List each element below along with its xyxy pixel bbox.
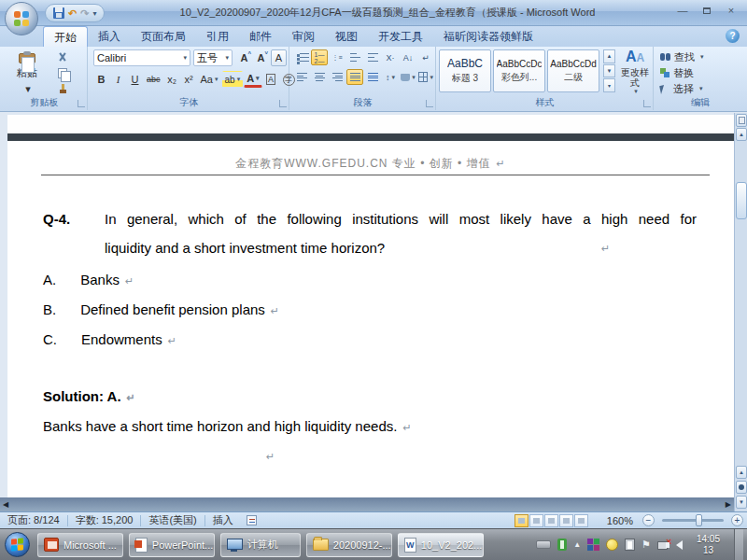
page-indicator[interactable]: 页面: 8/124 <box>0 513 67 527</box>
underline-button[interactable]: U <box>127 71 143 88</box>
taskbar-button-powerpoint-file[interactable]: PowerPoint... <box>129 533 215 557</box>
minimize-button[interactable]: — <box>672 4 693 18</box>
scroll-right-icon[interactable]: ▶ <box>726 501 731 509</box>
superscript-button[interactable]: x² <box>181 71 197 88</box>
text-highlight-button[interactable]: ab▾ <box>222 71 244 88</box>
language-indicator[interactable]: 英语(美国) <box>141 513 204 527</box>
multilevel-list-button[interactable]: ⋮≡ <box>329 49 345 65</box>
decrease-indent-button[interactable] <box>346 49 363 65</box>
styles-scroll-up-icon[interactable]: ▲ <box>603 49 615 63</box>
font-name-combobox[interactable]: Calibri ▾ <box>93 49 190 66</box>
qat-customize-icon[interactable]: ▾ <box>92 9 96 18</box>
coin-tray-icon[interactable] <box>606 539 618 551</box>
paste-button[interactable]: 粘贴 ▾ <box>9 49 45 96</box>
document-page[interactable]: 金程教育WWW.GFEDU.CN 专业 • 创新 • 增值↵ Q-4. In g… <box>7 141 734 497</box>
select-browse-object-button[interactable] <box>736 481 747 494</box>
start-button[interactable] <box>5 532 30 557</box>
ruler-toggle-button[interactable] <box>736 114 747 127</box>
shading-button[interactable]: ▾ <box>400 69 416 85</box>
volume-icon[interactable] <box>676 540 683 550</box>
fullscreen-view-button[interactable] <box>529 514 543 527</box>
tab-insert[interactable]: 插入 <box>88 26 131 47</box>
zoom-level[interactable]: 160% <box>607 515 633 526</box>
language-bar-icon[interactable] <box>536 540 551 549</box>
bold-button[interactable]: B <box>93 71 109 88</box>
styles-more-icon[interactable]: ▾ <box>603 78 615 92</box>
scroll-left-icon[interactable]: ◀ <box>3 501 8 509</box>
change-case-button[interactable]: Aa▾ <box>198 71 221 88</box>
character-border-button[interactable]: A <box>263 71 279 88</box>
tab-page-layout[interactable]: 页面布局 <box>131 26 196 47</box>
shrink-font-button[interactable]: A˅ <box>253 49 269 66</box>
tab-foxit[interactable]: 福昕阅读器领鲜版 <box>433 26 543 47</box>
clear-formatting-button[interactable]: A <box>271 49 287 66</box>
usb-device-icon[interactable] <box>557 539 567 551</box>
taskbar-button-folder[interactable]: 20200912-... <box>306 533 392 557</box>
tab-developer[interactable]: 开发工具 <box>368 26 433 47</box>
vertical-scroll-thumb[interactable] <box>736 182 747 219</box>
app-tray-icon[interactable] <box>587 539 599 551</box>
clipboard-dialog-launcher-icon[interactable] <box>78 100 85 107</box>
previous-page-button[interactable]: ▲ <box>736 466 747 479</box>
borders-button[interactable]: ▾ <box>417 69 434 85</box>
tab-mailings[interactable]: 邮件 <box>239 26 282 47</box>
proofing-status-icon[interactable] <box>247 515 257 525</box>
tab-review[interactable]: 审阅 <box>282 26 325 47</box>
print-layout-view-button[interactable] <box>514 514 529 527</box>
horizontal-scrollbar[interactable]: ◀ ▶ <box>0 497 734 511</box>
styles-dialog-launcher-icon[interactable] <box>643 100 651 107</box>
save-icon[interactable] <box>53 7 64 19</box>
undo-icon[interactable]: ↶ <box>68 8 77 19</box>
insert-mode-indicator[interactable]: 插入 <box>205 513 241 527</box>
cut-button[interactable] <box>54 50 71 63</box>
style-level2[interactable]: AaBbCcDd 二级 <box>547 49 599 92</box>
action-center-flag-icon[interactable]: ⚑ <box>641 539 651 550</box>
redo-icon[interactable]: ↷ <box>80 8 89 19</box>
clipboard-tray-icon[interactable] <box>625 539 635 551</box>
copy-button[interactable] <box>54 66 71 79</box>
tab-references[interactable]: 引用 <box>196 26 239 47</box>
sort-button[interactable]: A↓ <box>400 49 416 65</box>
tab-view[interactable]: 视图 <box>325 26 368 47</box>
find-button[interactable]: 查找 ▾ <box>660 49 704 64</box>
style-heading3[interactable]: AaBbC 标题 3 <box>439 49 491 92</box>
subscript-button[interactable]: x₂ <box>164 71 180 88</box>
italic-button[interactable]: I <box>110 71 126 88</box>
word-count[interactable]: 字数: 15,200 <box>68 513 141 527</box>
asian-layout-button[interactable]: X· <box>382 49 399 65</box>
restore-button[interactable] <box>697 4 717 18</box>
tab-home[interactable]: 开始 <box>43 26 88 47</box>
align-left-button[interactable] <box>293 69 310 85</box>
align-right-button[interactable] <box>329 69 345 85</box>
format-painter-button[interactable] <box>54 82 71 95</box>
vertical-scrollbar[interactable]: ▲ ▲ ▼ <box>734 113 747 511</box>
align-center-button[interactable] <box>311 69 328 85</box>
increase-indent-button[interactable] <box>364 49 381 65</box>
taskbar-button-powerpoint-app[interactable]: Microsoft ... <box>37 533 123 557</box>
paragraph-dialog-launcher-icon[interactable] <box>426 100 433 107</box>
font-dialog-launcher-icon[interactable] <box>279 100 287 107</box>
style-color-list[interactable]: AaBbCcDc 彩色列... <box>493 49 545 92</box>
zoom-out-button[interactable]: − <box>642 514 655 526</box>
show-hidden-icons-icon[interactable]: ▲ <box>573 540 581 549</box>
next-page-button[interactable]: ▼ <box>736 496 747 509</box>
show-desktop-button[interactable] <box>734 529 743 560</box>
strikethrough-button[interactable]: abc <box>144 71 163 88</box>
distribute-button[interactable] <box>364 69 381 85</box>
zoom-slider[interactable] <box>662 519 724 522</box>
justify-button[interactable] <box>346 69 363 85</box>
taskbar-button-computer[interactable]: 计算机 <box>220 533 301 557</box>
show-marks-button[interactable]: ↵ <box>417 49 434 65</box>
close-button[interactable]: × <box>721 4 741 18</box>
zoom-slider-thumb[interactable] <box>696 514 702 526</box>
bullets-button[interactable] <box>293 49 310 65</box>
font-size-combobox[interactable]: 五号 ▾ <box>193 49 233 66</box>
grow-font-button[interactable]: A˄ <box>236 49 252 66</box>
replace-button[interactable]: 替换 <box>660 65 694 80</box>
taskbar-clock[interactable]: 14:05 13 <box>689 534 727 556</box>
styles-scroll-down-icon[interactable]: ▼ <box>603 64 615 78</box>
line-spacing-button[interactable]: ↕▾ <box>382 69 399 85</box>
font-color-button[interactable]: A▾ <box>244 71 261 88</box>
help-icon[interactable]: ? <box>726 29 740 43</box>
draft-view-button[interactable] <box>574 514 588 527</box>
